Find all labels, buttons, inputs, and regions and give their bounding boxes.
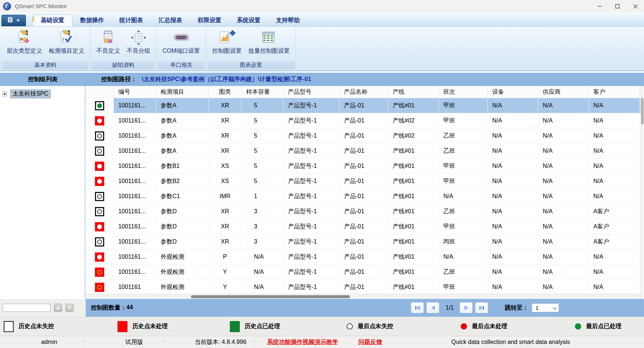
- last-point-dot-icon: [97, 134, 102, 138]
- column-header-status[interactable]: [86, 86, 114, 98]
- column-header[interactable]: 供应商: [538, 86, 589, 98]
- first-page-button[interactable]: [411, 302, 424, 313]
- ribbon-tab[interactable]: 权限设置: [190, 14, 229, 26]
- table-cell: 1001161...: [114, 204, 156, 219]
- maximize-button[interactable]: [609, 0, 626, 12]
- point-status-indicator-icon: [95, 116, 104, 125]
- column-header[interactable]: 图类: [209, 86, 242, 98]
- table-row[interactable]: 1001161...外观检测PN/A产品型号-1产品-01产线#01N/AN/A…: [86, 249, 644, 265]
- hierarchy-type-define-button[interactable]: P层次类型定义: [4, 28, 45, 55]
- tree-item-label[interactable]: 太友科技SPC: [10, 89, 51, 99]
- feedback-link[interactable]: 问题反馈: [358, 336, 382, 348]
- column-header[interactable]: 产线: [388, 86, 439, 98]
- batch-control-chart-settings-button[interactable]: 批量控制图设置: [245, 28, 293, 55]
- table-row[interactable]: 1001161...参数AXR5产品型号-1产品-01产线#01乙班N/AN/A…: [86, 144, 644, 159]
- defect-grouping-button[interactable]: 不良分组: [124, 28, 153, 55]
- table-cell: 参数B2: [156, 174, 209, 189]
- column-header[interactable]: 检测项目: [156, 86, 209, 98]
- column-header[interactable]: 产品名称: [340, 86, 388, 98]
- column-header[interactable]: 编号: [114, 86, 156, 98]
- tree-item-taiyou-spc[interactable]: 太友科技SPC: [0, 86, 85, 99]
- table-row[interactable]: 1001161...参数B2XS5产品型号-1产品-01产线#01甲班N/AN/…: [86, 174, 644, 189]
- horizontal-scrollbar[interactable]: [86, 294, 640, 299]
- table-cell: 参数A: [156, 98, 209, 113]
- table-cell: 产品-01: [340, 189, 388, 204]
- vertical-scrollbar[interactable]: [640, 86, 644, 299]
- table-cell: 产品型号-1: [283, 98, 340, 113]
- defect-define-button[interactable]: 不良定义: [93, 28, 123, 55]
- table-row[interactable]: 1001161...参数AXR5产品型号-1产品-01产线#02甲班N/AN/A…: [86, 113, 644, 128]
- vertical-scrollbar-thumb[interactable]: [641, 98, 644, 124]
- table-row[interactable]: 1001161...外观检测YN/A产品型号-1产品-01产线#01乙班N/AN…: [86, 265, 644, 280]
- table-cell: 产品-01: [340, 113, 388, 128]
- com-port-settings-button[interactable]: COM端口设置: [160, 28, 203, 55]
- column-header[interactable]: 产品型号: [283, 86, 340, 98]
- ribbon-tab[interactable]: 数据操作: [72, 14, 112, 26]
- column-header[interactable]: 设备: [488, 86, 538, 98]
- close-button[interactable]: [626, 0, 644, 12]
- ribbon-tabs: 基础设置数据操作统计图表汇总报表权限设置系统设置支持帮助: [33, 14, 307, 26]
- table-cell: 产品型号-1: [283, 189, 340, 204]
- chart-count-value: 44: [126, 304, 133, 312]
- last-point-dot-icon: [97, 270, 102, 275]
- point-status-indicator-icon: [95, 252, 104, 262]
- table-cell: N/A: [589, 265, 640, 279]
- ribbon-tab[interactable]: 支持帮助: [268, 14, 307, 26]
- table-row[interactable]: 1001161外观检测YN/A产品型号-1产品-01产线#01甲班N/AN/AN…: [86, 280, 644, 295]
- qsmart-spc-monitor-window: QSmart SPC Monitor 基础设置数据操作统计图表汇总报表权限设置系…: [0, 0, 644, 348]
- table-cell: N/A: [538, 204, 589, 219]
- table-cell: 3: [242, 219, 283, 234]
- minimize-button[interactable]: [591, 0, 609, 12]
- table-cell: 3: [242, 204, 283, 219]
- table-row[interactable]: 1001161...参数B1XS5产品型号-1产品-01产线#01甲班N/AN/…: [86, 159, 644, 174]
- table-row[interactable]: 1001161...参数DXR3产品型号-1产品-01产线#01丙班N/AN/A…: [86, 234, 644, 249]
- app-menu-button[interactable]: [1, 15, 26, 26]
- ribbon-group-label: 基本资料: [2, 61, 89, 69]
- table-cell: 乙班: [439, 128, 488, 143]
- legend-label: 历史点未失控: [18, 323, 54, 330]
- legend-label: 历史点未处理: [132, 323, 168, 330]
- table-row[interactable]: 1001161...参数DXR3产品型号-1产品-01产线#01甲班N/AN/A…: [86, 219, 644, 234]
- table-row[interactable]: 1001161...参数AXR5产品型号-1产品-01产线#02乙班N/AN/A…: [86, 128, 644, 144]
- control-chart-settings-button[interactable]: 控制图设置: [209, 28, 245, 55]
- move-up-button[interactable]: [54, 304, 62, 312]
- inspection-item-define-button[interactable]: I检测项目定义: [46, 28, 87, 55]
- table-cell: N/A: [538, 189, 589, 204]
- table-cell: 产品型号-1: [283, 249, 340, 264]
- table-cell: 1001161...: [114, 234, 156, 249]
- last-point-dot-icon: [97, 118, 102, 123]
- table-row[interactable]: 1001161...参数DXR3产品型号-1产品-01产线#01乙班N/AN/A…: [86, 204, 644, 219]
- table-cell: N/A: [488, 144, 538, 158]
- ribbon-tab[interactable]: 系统设置: [229, 14, 268, 26]
- table-row[interactable]: 1001161...参数AXR5产品型号-1产品-01产线#01甲班N/AN/A…: [86, 98, 644, 113]
- ribbon-group-label: 缺陷资料: [92, 61, 155, 69]
- legend-label: 最后点已处理: [586, 323, 621, 330]
- table-cell: 1001161...: [114, 219, 156, 234]
- table-row[interactable]: 1001161...参数C1IMR1产品型号-1产品-01产线#01N/AN/A…: [86, 189, 644, 204]
- table-cell: N/A: [242, 280, 283, 294]
- point-status-indicator-icon: [95, 207, 104, 216]
- previous-page-button[interactable]: [426, 302, 439, 313]
- table-cell: 乙班: [439, 265, 488, 279]
- column-header[interactable]: 班次: [439, 86, 488, 98]
- last-page-button[interactable]: [475, 302, 488, 313]
- tree-search-input[interactable]: [3, 304, 51, 312]
- table-cell: 甲班: [439, 98, 488, 113]
- table-cell: 产线#01: [388, 234, 439, 249]
- horizontal-scrollbar-thumb[interactable]: [191, 295, 350, 298]
- tree-expand-icon[interactable]: [2, 92, 7, 96]
- jump-to-page-select[interactable]: 1: [532, 303, 559, 312]
- column-header[interactable]: 客户: [589, 86, 640, 98]
- table-cell: 产线#01: [388, 249, 439, 264]
- table-cell: 产品-01: [340, 174, 388, 189]
- ribbon-tab[interactable]: 基础设置: [33, 14, 72, 26]
- move-down-button[interactable]: [65, 304, 74, 312]
- table-cell: N/A: [439, 249, 488, 264]
- ribbon-tab[interactable]: 统计图表: [112, 14, 151, 26]
- status-indicator-cell: [86, 265, 114, 279]
- column-header[interactable]: 样本容量: [242, 86, 283, 98]
- video-tutorial-link[interactable]: 系统功能操作视频演示教学: [267, 336, 338, 348]
- tree-search-area: [0, 299, 86, 317]
- ribbon-tab[interactable]: 汇总报表: [151, 14, 190, 26]
- next-page-button[interactable]: [460, 302, 473, 313]
